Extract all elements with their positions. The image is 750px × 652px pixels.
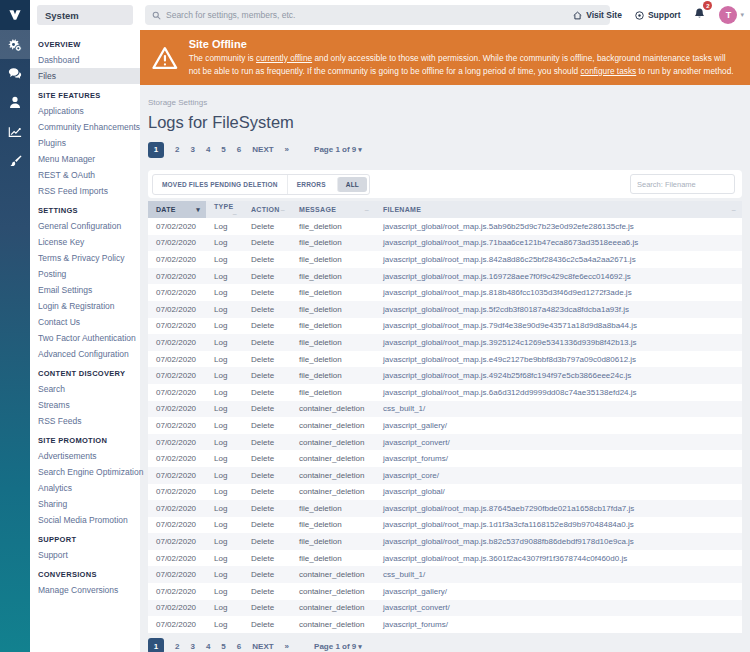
notifications-button[interactable]: 2 bbox=[693, 6, 706, 24]
page-button-6[interactable]: 6 bbox=[237, 145, 241, 154]
filename-cell: javascript_global/root_map.js.79df4e38e9… bbox=[375, 318, 742, 335]
column-header-message[interactable]: MESSAGE– bbox=[291, 201, 375, 218]
type-cell: Log bbox=[206, 284, 243, 301]
sidebar-item-support[interactable]: Support bbox=[30, 547, 140, 563]
sidebar-item-applications[interactable]: Applications bbox=[30, 103, 140, 119]
sidebar-item-menu-manager[interactable]: Menu Manager bbox=[30, 151, 140, 167]
column-header-date[interactable]: DATE▾ bbox=[148, 201, 206, 218]
sidebar-item-files[interactable]: Files bbox=[30, 68, 140, 84]
filter-tab-moved-files-pending-deletion[interactable]: MOVED FILES PENDING DELETION bbox=[153, 175, 287, 194]
page-button-2[interactable]: 2 bbox=[175, 642, 179, 651]
rail-item-chart[interactable] bbox=[0, 117, 30, 146]
page-button-5[interactable]: 5 bbox=[221, 642, 225, 651]
page-button-2[interactable]: 2 bbox=[175, 145, 179, 154]
page-jump-dropdown[interactable]: Page 1 of 9▾ bbox=[314, 145, 362, 154]
action-cell: Delete bbox=[243, 268, 291, 285]
support-link[interactable]: Support bbox=[635, 10, 681, 20]
sidebar-item-email-settings[interactable]: Email Settings bbox=[30, 282, 140, 298]
sidebar-item-contact-us[interactable]: Contact Us bbox=[30, 314, 140, 330]
next-page-button[interactable]: NEXT bbox=[252, 642, 273, 651]
date-cell: 07/02/2020 bbox=[148, 251, 206, 268]
banner-link[interactable]: currently offline bbox=[256, 53, 312, 63]
filter-tab-errors[interactable]: ERRORS bbox=[287, 175, 335, 194]
sidebar-item-terms-privacy-policy[interactable]: Terms & Privacy Policy bbox=[30, 250, 140, 266]
last-page-button[interactable]: » bbox=[285, 642, 289, 651]
rail-item-gears[interactable] bbox=[0, 30, 30, 59]
page-button-1[interactable]: 1 bbox=[148, 638, 164, 652]
type-cell: Log bbox=[206, 500, 243, 517]
column-header-filename[interactable]: FILENAME– bbox=[375, 201, 742, 218]
rail-item-brush[interactable] bbox=[0, 146, 30, 175]
action-cell: Delete bbox=[243, 484, 291, 501]
message-cell: container_deletion bbox=[291, 401, 375, 418]
invision-logo[interactable] bbox=[0, 0, 30, 30]
next-page-button[interactable]: NEXT bbox=[252, 145, 273, 154]
sidebar-item-manage-conversions[interactable]: Manage Conversions bbox=[30, 582, 140, 598]
last-page-button[interactable]: » bbox=[285, 145, 289, 154]
global-search[interactable] bbox=[145, 5, 610, 25]
global-search-input[interactable] bbox=[166, 10, 586, 20]
sidebar-item-social-media-promotion[interactable]: Social Media Promotion bbox=[30, 512, 140, 528]
column-header-action[interactable]: ACTION– bbox=[243, 201, 291, 218]
sidebar-section-site-promotion: SITE PROMOTION bbox=[30, 429, 140, 448]
sidebar-item-general-configuration[interactable]: General Configuration bbox=[30, 218, 140, 234]
filename-cell: javascript_global/root_map.js.87645aeb72… bbox=[375, 500, 742, 517]
sidebar-item-rss-feed-imports[interactable]: RSS Feed Imports bbox=[30, 183, 140, 199]
page-jump-dropdown[interactable]: Page 1 of 9▾ bbox=[314, 642, 362, 651]
action-cell: Delete bbox=[243, 301, 291, 318]
sort-icon: – bbox=[233, 210, 237, 217]
sidebar-item-search-engine-optimization[interactable]: Search Engine Optimization bbox=[30, 464, 140, 480]
filter-tab-all[interactable]: ALL bbox=[337, 177, 367, 192]
invision-v-icon bbox=[7, 7, 23, 23]
sidebar-item-two-factor-authentication[interactable]: Two Factor Authentication bbox=[30, 330, 140, 346]
page-button-6[interactable]: 6 bbox=[237, 642, 241, 651]
visit-site-link[interactable]: Visit Site bbox=[573, 10, 622, 20]
filename-cell: javascript_global/root_map.js.71baa6ce12… bbox=[375, 235, 742, 252]
sidebar-item-login-registration[interactable]: Login & Registration bbox=[30, 298, 140, 314]
table-row: 07/02/2020LogDeletecontainer_deletioncss… bbox=[148, 401, 742, 418]
sidebar-item-community-enhancements[interactable]: Community Enhancements bbox=[30, 119, 140, 135]
table-row: 07/02/2020LogDeletefile_deletionjavascri… bbox=[148, 351, 742, 368]
rail-item-person[interactable] bbox=[0, 88, 30, 117]
breadcrumb[interactable]: Storage Settings bbox=[148, 98, 742, 107]
page-button-4[interactable]: 4 bbox=[206, 642, 210, 651]
type-cell: Log bbox=[206, 434, 243, 451]
sidebar-item-search[interactable]: Search bbox=[30, 381, 140, 397]
page-button-4[interactable]: 4 bbox=[206, 145, 210, 154]
app-section-title: System bbox=[37, 5, 133, 25]
message-cell: container_deletion bbox=[291, 616, 375, 633]
message-cell: container_deletion bbox=[291, 434, 375, 451]
column-header-type[interactable]: TYPE– bbox=[206, 201, 243, 218]
type-cell: Log bbox=[206, 533, 243, 550]
type-cell: Log bbox=[206, 351, 243, 368]
page-button-5[interactable]: 5 bbox=[221, 145, 225, 154]
action-cell: Delete bbox=[243, 218, 291, 235]
page-button-3[interactable]: 3 bbox=[190, 145, 194, 154]
sidebar-item-rest-oauth[interactable]: REST & OAuth bbox=[30, 167, 140, 183]
banner-link[interactable]: configure tasks bbox=[580, 66, 636, 76]
account-menu[interactable]: T ▾ bbox=[719, 6, 744, 24]
sidebar-item-rss-feeds[interactable]: RSS Feeds bbox=[30, 413, 140, 429]
sidebar-item-posting[interactable]: Posting bbox=[30, 266, 140, 282]
action-cell: Delete bbox=[243, 318, 291, 335]
sidebar-item-license-key[interactable]: License Key bbox=[30, 234, 140, 250]
filename-cell: javascript_gallery/ bbox=[375, 583, 742, 600]
sidebar-item-plugins[interactable]: Plugins bbox=[30, 135, 140, 151]
date-cell: 07/02/2020 bbox=[148, 318, 206, 335]
sidebar-item-sharing[interactable]: Sharing bbox=[30, 496, 140, 512]
sort-desc-icon: ▾ bbox=[196, 206, 200, 214]
sidebar-item-analytics[interactable]: Analytics bbox=[30, 480, 140, 496]
page-button-3[interactable]: 3 bbox=[190, 642, 194, 651]
sidebar-item-streams[interactable]: Streams bbox=[30, 397, 140, 413]
table-row: 07/02/2020LogDeletecontainer_deletioncss… bbox=[148, 566, 742, 583]
sidebar-item-advanced-configuration[interactable]: Advanced Configuration bbox=[30, 346, 140, 362]
message-cell: file_deletion bbox=[291, 301, 375, 318]
rail-item-chat[interactable] bbox=[0, 59, 30, 88]
page-button-1[interactable]: 1 bbox=[148, 142, 164, 158]
filename-search-input[interactable] bbox=[630, 174, 735, 194]
pagination-top: 123456NEXT»Page 1 of 9▾ bbox=[148, 141, 742, 158]
sidebar-item-advertisements[interactable]: Advertisements bbox=[30, 448, 140, 464]
filename-cell: javascript_forums/ bbox=[375, 616, 742, 633]
sidebar-item-dashboard[interactable]: Dashboard bbox=[30, 52, 140, 68]
table-row: 07/02/2020LogDeletecontainer_deletionjav… bbox=[148, 467, 742, 484]
